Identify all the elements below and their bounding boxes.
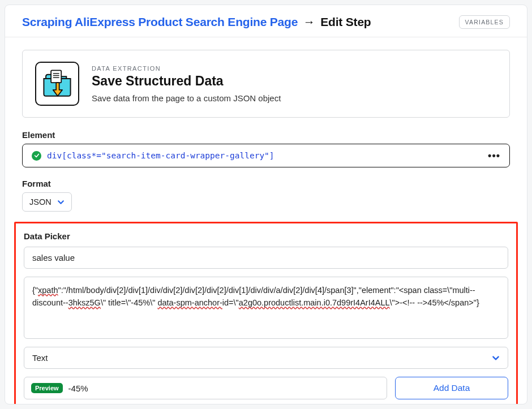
- step-description: Save data from the page to a custom JSON…: [92, 93, 281, 103]
- preview-badge: Preview: [31, 383, 63, 393]
- step-header-card: DATA EXTRACTION Save Structured Data Sav…: [22, 50, 510, 118]
- data-json-input[interactable]: {"xpath":"/html/body/div[2]/div[1]/div/d…: [24, 277, 508, 339]
- element-label: Element: [22, 130, 510, 140]
- content-area: DATA EXTRACTION Save Structured Data Sav…: [5, 37, 527, 404]
- data-picker-label: Data Picker: [24, 231, 508, 241]
- breadcrumb-current: Edit Step: [320, 15, 371, 28]
- add-data-button[interactable]: Add Data: [395, 377, 508, 399]
- more-icon[interactable]: •••: [488, 150, 500, 161]
- extract-type-value: Text: [32, 353, 48, 363]
- main-card: Scraping AliExpress Product Search Engin…: [5, 5, 527, 404]
- element-left: div[class*="search-item-card-wrapper-gal…: [32, 151, 274, 161]
- format-value: JSON: [29, 197, 52, 206]
- svg-rect-0: [51, 70, 61, 83]
- variables-button[interactable]: VARIABLES: [459, 15, 510, 29]
- format-select[interactable]: JSON: [22, 192, 72, 212]
- check-icon: [32, 151, 41, 161]
- breadcrumb-link[interactable]: Scraping AliExpress Product Search Engin…: [22, 15, 298, 28]
- chevron-down-icon: [492, 354, 500, 362]
- extract-type-select[interactable]: Text: [24, 347, 508, 369]
- preview-box: Preview -45%: [24, 377, 387, 399]
- format-label: Format: [22, 179, 510, 188]
- preview-value: -45%: [68, 384, 88, 393]
- format-row: Format JSON: [22, 179, 510, 212]
- data-picker-highlight: Data Picker {"xpath":"/html/body/div[2]/…: [14, 222, 518, 404]
- step-icon: [35, 62, 79, 106]
- element-selector-box[interactable]: div[class*="search-item-card-wrapper-gal…: [22, 144, 510, 167]
- chevron-down-icon: [57, 199, 65, 206]
- breadcrumb: Scraping AliExpress Product Search Engin…: [22, 15, 371, 29]
- step-text: DATA EXTRACTION Save Structured Data Sav…: [92, 65, 281, 103]
- page-header: Scraping AliExpress Product Search Engin…: [5, 5, 527, 37]
- step-category: DATA EXTRACTION: [92, 65, 281, 72]
- breadcrumb-arrow-icon: →: [303, 15, 315, 28]
- preview-row: Preview -45% Add Data: [24, 377, 508, 399]
- folder-download-icon: [41, 67, 74, 100]
- element-selector-text: div[class*="search-item-card-wrapper-gal…: [47, 151, 274, 160]
- data-name-input[interactable]: [24, 247, 508, 269]
- step-title: Save Structured Data: [92, 74, 281, 89]
